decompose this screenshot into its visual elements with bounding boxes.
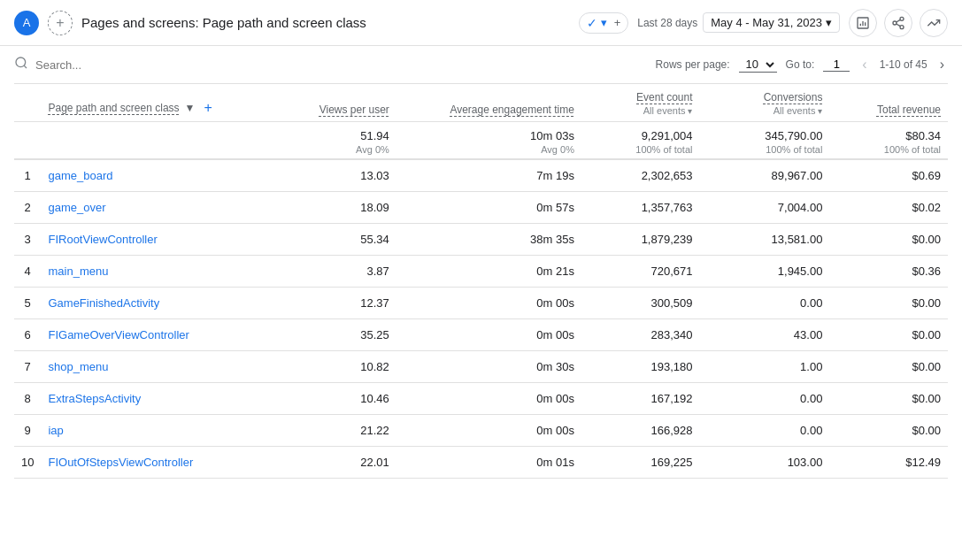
row-events-7: 167,192 bbox=[581, 383, 700, 415]
page-link-7[interactable]: ExtraStepsActivity bbox=[48, 392, 141, 405]
avg-engagement-header[interactable]: Average engagement time bbox=[450, 104, 574, 116]
totals-avg-eng: 10m 03s Avg 0% bbox=[396, 122, 581, 160]
col-conversions[interactable]: Conversions All events ▾ bbox=[699, 84, 829, 122]
row-avg-9: 0m 01s bbox=[396, 447, 581, 479]
chevron-down-icon: ▾ bbox=[601, 16, 607, 29]
add-account-button[interactable]: + bbox=[48, 11, 73, 35]
report-status-badge[interactable]: ✓ ▾ + bbox=[579, 12, 629, 34]
row-num-2: 3 bbox=[14, 224, 41, 256]
goto-input[interactable] bbox=[823, 58, 850, 72]
row-conv-6: 1.00 bbox=[699, 351, 829, 383]
table-container: Rows per page: 10 25 50 Go to: ‹ 1-10 of… bbox=[0, 46, 962, 493]
row-views-3: 3.87 bbox=[284, 256, 396, 288]
row-num-4: 5 bbox=[14, 288, 41, 319]
row-events-2: 1,879,239 bbox=[581, 224, 700, 256]
row-avg-1: 0m 57s bbox=[396, 192, 581, 224]
page-link-1[interactable]: game_over bbox=[48, 201, 105, 214]
row-num-8: 9 bbox=[14, 415, 41, 447]
rows-per-page-select[interactable]: 10 25 50 bbox=[739, 57, 777, 73]
row-revenue-6: $0.00 bbox=[829, 351, 948, 383]
date-range-picker[interactable]: May 4 - May 31, 2023 ▾ bbox=[703, 12, 840, 33]
total-revenue-header[interactable]: Total revenue bbox=[877, 104, 941, 116]
row-page-0[interactable]: game_board bbox=[41, 159, 283, 192]
table-row: 4 main_menu 3.87 0m 21s 720,671 1,945.00… bbox=[14, 256, 948, 288]
header: A + Pages and screens: Page path and scr… bbox=[0, 0, 962, 46]
trend-icon-button[interactable] bbox=[920, 9, 948, 37]
totals-conv: 345,790.00 100% of total bbox=[699, 122, 829, 160]
conversions-filter-arrow[interactable]: ▾ bbox=[818, 106, 822, 116]
totals-revenue: $80.34 100% of total bbox=[829, 122, 948, 160]
row-avg-8: 0m 00s bbox=[396, 415, 581, 447]
share-icon-button[interactable] bbox=[884, 9, 912, 37]
prev-page-button[interactable]: ‹ bbox=[858, 55, 870, 74]
row-avg-2: 38m 35s bbox=[396, 224, 581, 256]
row-views-4: 12.37 bbox=[284, 288, 396, 319]
page-link-3[interactable]: main_menu bbox=[48, 265, 108, 278]
col-total-revenue[interactable]: Total revenue bbox=[829, 84, 948, 122]
row-revenue-5: $0.00 bbox=[829, 319, 948, 351]
page-link-9[interactable]: FIOutOfStepsViewController bbox=[48, 456, 193, 469]
col-views-per-user[interactable]: Views per user bbox=[284, 84, 396, 122]
search-icon bbox=[14, 56, 28, 73]
row-events-1: 1,357,763 bbox=[581, 192, 700, 224]
row-conv-8: 0.00 bbox=[699, 415, 829, 447]
row-page-1[interactable]: game_over bbox=[41, 192, 283, 224]
event-count-header[interactable]: Event count bbox=[636, 91, 692, 104]
table-row: 9 iap 21.22 0m 00s 166,928 0.00 $0.00 bbox=[14, 415, 948, 447]
row-avg-6: 0m 30s bbox=[396, 351, 581, 383]
row-page-2[interactable]: FIRootViewController bbox=[41, 224, 283, 256]
row-revenue-4: $0.00 bbox=[829, 288, 948, 319]
page-path-header-label[interactable]: Page path and screen class bbox=[48, 102, 179, 114]
row-page-4[interactable]: GameFinishedActivity bbox=[41, 288, 283, 319]
row-page-8[interactable]: iap bbox=[41, 415, 283, 447]
col-event-count[interactable]: Event count All events ▾ bbox=[581, 84, 700, 122]
row-page-5[interactable]: FIGameOverViewController bbox=[41, 319, 283, 351]
event-count-filter-label: All events bbox=[643, 105, 686, 116]
row-revenue-0: $0.69 bbox=[829, 159, 948, 192]
row-events-6: 193,180 bbox=[581, 351, 700, 383]
table-row: 7 shop_menu 10.82 0m 30s 193,180 1.00 $0… bbox=[14, 351, 948, 383]
row-page-3[interactable]: main_menu bbox=[41, 256, 283, 288]
page-link-5[interactable]: FIGameOverViewController bbox=[48, 328, 189, 341]
table-row: 10 FIOutOfStepsViewController 22.01 0m 0… bbox=[14, 447, 948, 479]
views-per-user-header[interactable]: Views per user bbox=[319, 104, 389, 116]
table-row: 6 FIGameOverViewController 35.25 0m 00s … bbox=[14, 319, 948, 351]
table-row: 3 FIRootViewController 55.34 38m 35s 1,8… bbox=[14, 224, 948, 256]
table-row: 2 game_over 18.09 0m 57s 1,357,763 7,004… bbox=[14, 192, 948, 224]
col-page-path[interactable]: Page path and screen class ▼ + bbox=[41, 84, 283, 122]
svg-line-7 bbox=[24, 65, 27, 68]
row-avg-5: 0m 00s bbox=[396, 319, 581, 351]
row-events-9: 169,225 bbox=[581, 447, 700, 479]
conversions-header[interactable]: Conversions bbox=[764, 91, 823, 104]
page-link-0[interactable]: game_board bbox=[48, 169, 112, 182]
page-range: 1-10 of 45 bbox=[880, 58, 927, 71]
row-avg-0: 7m 19s bbox=[396, 159, 581, 192]
row-conv-9: 103.00 bbox=[699, 447, 829, 479]
goto-label: Go to: bbox=[786, 58, 815, 71]
table-row: 8 ExtraStepsActivity 10.46 0m 00s 167,19… bbox=[14, 383, 948, 415]
svg-point-3 bbox=[900, 25, 904, 28]
rows-per-page-label: Rows per page: bbox=[656, 58, 730, 71]
row-revenue-3: $0.36 bbox=[829, 256, 948, 288]
event-count-filter-arrow[interactable]: ▾ bbox=[688, 106, 692, 116]
add-column-button[interactable]: + bbox=[200, 100, 215, 116]
row-page-7[interactable]: ExtraStepsActivity bbox=[41, 383, 283, 415]
table-row: 5 GameFinishedActivity 12.37 0m 00s 300,… bbox=[14, 288, 948, 319]
next-page-button[interactable]: › bbox=[936, 55, 948, 74]
search-input[interactable] bbox=[35, 58, 649, 72]
svg-point-2 bbox=[893, 21, 897, 25]
row-page-9[interactable]: FIOutOfStepsViewController bbox=[41, 447, 283, 479]
page-link-8[interactable]: iap bbox=[48, 424, 63, 437]
page-link-6[interactable]: shop_menu bbox=[48, 360, 108, 373]
col-avg-engagement[interactable]: Average engagement time bbox=[396, 84, 581, 122]
row-conv-0: 89,967.00 bbox=[699, 159, 829, 192]
totals-num bbox=[14, 122, 41, 160]
row-page-6[interactable]: shop_menu bbox=[41, 351, 283, 383]
page-title: Pages and screens: Page path and screen … bbox=[81, 15, 570, 30]
page-link-4[interactable]: GameFinishedActivity bbox=[48, 296, 159, 310]
row-events-5: 283,340 bbox=[581, 319, 700, 351]
add-icon: + bbox=[614, 16, 621, 29]
report-icon-button[interactable] bbox=[849, 9, 877, 37]
header-action-icons bbox=[849, 9, 948, 37]
page-link-2[interactable]: FIRootViewController bbox=[48, 233, 157, 246]
